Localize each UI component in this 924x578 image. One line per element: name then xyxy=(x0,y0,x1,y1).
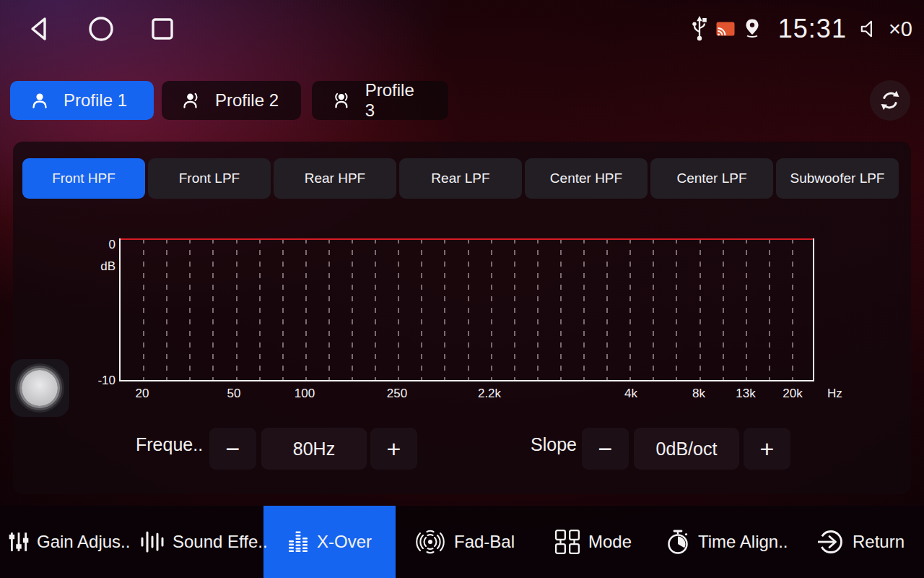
grid-line xyxy=(676,238,677,380)
plot-area: 0 dB -10 20 50 100 250 2.2k 4k 8k 13k 20… xyxy=(119,238,814,381)
tab-rear-hpf[interactable]: Rear HPF xyxy=(274,158,396,199)
grid-line xyxy=(746,238,747,380)
grid-line xyxy=(653,238,654,380)
grid-line xyxy=(328,238,330,380)
frequency-label: Freque.. xyxy=(136,434,203,455)
grid-line xyxy=(352,238,353,380)
x-tick-250: 250 xyxy=(387,387,407,401)
x-tick-100: 100 xyxy=(295,387,315,401)
equalizer-bars-icon xyxy=(287,531,309,553)
nav-return[interactable]: Return xyxy=(817,506,905,578)
grid-line xyxy=(305,238,307,380)
nav-xover[interactable]: X-Over xyxy=(287,506,372,578)
grid-line xyxy=(583,238,585,380)
x-tick-20k: 20k xyxy=(783,387,802,401)
grid-line xyxy=(398,238,399,380)
grid-line xyxy=(421,238,422,380)
grid-line xyxy=(166,238,167,380)
grid-line xyxy=(212,238,214,380)
slope-value: 0dB/oct xyxy=(634,428,739,470)
slope-minus-button[interactable]: − xyxy=(582,428,629,470)
profile-3-label: Profile 3 xyxy=(365,80,428,121)
y-tick-0: 0 xyxy=(85,238,116,252)
response-curve xyxy=(121,238,813,240)
status-bar: 15:31 ×0 xyxy=(0,0,924,58)
knob-dial[interactable] xyxy=(22,370,58,406)
android-nav-buttons xyxy=(27,0,175,58)
grid-line xyxy=(769,238,770,380)
frequency-plus-button[interactable]: + xyxy=(370,428,417,470)
faders-icon xyxy=(9,530,29,553)
profile-1-label: Profile 1 xyxy=(64,90,127,111)
tab-center-lpf[interactable]: Center LPF xyxy=(650,158,773,199)
y-axis-unit: dB xyxy=(85,259,116,274)
back-icon[interactable] xyxy=(27,15,52,43)
grid-line xyxy=(236,238,237,380)
x-axis-unit: Hz xyxy=(827,387,842,401)
grid-line xyxy=(606,238,608,380)
grid-line xyxy=(189,238,191,380)
grid-line xyxy=(468,238,469,380)
sync-icon xyxy=(879,89,902,112)
frequency-minus-button[interactable]: − xyxy=(209,428,256,470)
frequency-value: 80Hz xyxy=(261,428,367,470)
grid-line xyxy=(259,238,261,380)
grid-line xyxy=(723,238,724,380)
x-tick-8k: 8k xyxy=(692,387,705,401)
waveform-icon xyxy=(140,531,165,553)
status-icons: 15:31 ×0 xyxy=(690,0,912,58)
grid-line xyxy=(375,238,376,380)
grid-line xyxy=(560,238,562,380)
rotary-knob[interactable] xyxy=(10,359,69,417)
nav-mode[interactable]: Mode xyxy=(554,506,632,578)
cast-icon xyxy=(716,22,735,36)
slope-label: Slope xyxy=(531,434,577,455)
grid-line xyxy=(537,238,539,380)
nav-time-align[interactable]: Time Align.. xyxy=(666,506,788,578)
profile-3-button[interactable]: Profile 3 xyxy=(312,81,448,120)
person-wave-icon xyxy=(182,91,201,110)
xover-panel: Front HPF Front LPF Rear HPF Rear LPF Ce… xyxy=(13,142,911,494)
recents-icon[interactable] xyxy=(150,17,175,41)
y-tick-minus10: -10 xyxy=(85,374,116,388)
grid-line xyxy=(629,238,631,380)
nav-fad-bal[interactable]: Fad-Bal xyxy=(414,506,515,578)
profile-1-button[interactable]: Profile 1 xyxy=(10,81,154,120)
tab-rear-lpf[interactable]: Rear LPF xyxy=(399,158,522,199)
profile-2-button[interactable]: Profile 2 xyxy=(162,81,301,120)
grid-line xyxy=(282,238,284,380)
nav-sound-effect[interactable]: Sound Effe.. xyxy=(140,506,268,578)
location-icon xyxy=(742,18,762,40)
balance-waves-icon xyxy=(414,527,446,556)
grid-line xyxy=(699,238,701,380)
tab-subwoofer-lpf[interactable]: Subwoofer LPF xyxy=(776,158,899,199)
clock: 15:31 xyxy=(778,14,847,44)
x-tick-50: 50 xyxy=(227,387,241,401)
x-tick-2k2: 2.2k xyxy=(478,387,501,401)
x-tick-20: 20 xyxy=(136,387,149,401)
grid-line xyxy=(143,238,144,380)
grid-line xyxy=(514,238,515,380)
tab-front-lpf[interactable]: Front LPF xyxy=(148,158,271,199)
grid-line xyxy=(792,238,793,380)
return-arrow-icon xyxy=(817,528,845,556)
bottom-nav: Gain Adjus.. Sound Effe.. X-Over xyxy=(0,506,924,578)
slope-plus-button[interactable]: + xyxy=(744,428,790,470)
sync-button[interactable] xyxy=(870,80,910,121)
volume-muted-icon[interactable] xyxy=(860,18,880,40)
home-icon[interactable] xyxy=(88,16,114,42)
usb-icon xyxy=(690,15,709,43)
volume-level: ×0 xyxy=(889,17,912,41)
x-tick-13k: 13k xyxy=(736,387,755,401)
tab-front-hpf[interactable]: Front HPF xyxy=(22,158,145,199)
stopwatch-icon xyxy=(666,529,690,555)
grid-line xyxy=(444,238,445,380)
tab-center-hpf[interactable]: Center HPF xyxy=(525,158,648,199)
nav-gain-adjust[interactable]: Gain Adjus.. xyxy=(9,506,130,578)
x-tick-4k: 4k xyxy=(624,387,637,401)
profile-2-label: Profile 2 xyxy=(215,90,279,111)
person-waves-icon xyxy=(332,91,351,110)
grid-line xyxy=(491,238,492,380)
person-icon xyxy=(30,91,49,110)
grid-squares-icon xyxy=(554,529,580,555)
